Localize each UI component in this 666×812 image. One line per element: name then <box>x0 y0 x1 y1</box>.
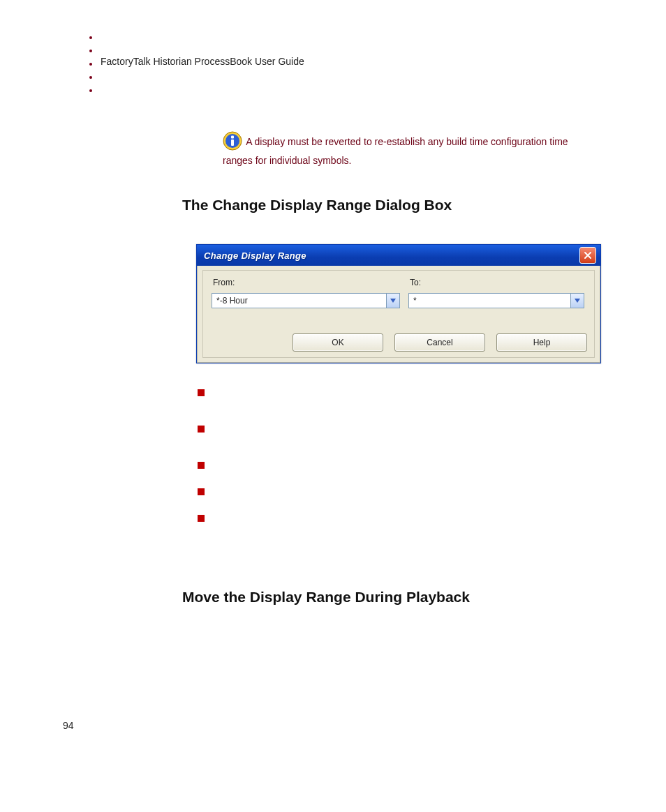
section-title-dialog: The Change Display Range Dialog Box <box>182 197 452 213</box>
info-note-text: A display must be reverted to re-establi… <box>223 136 568 166</box>
bullet-list <box>198 389 205 522</box>
help-button[interactable]: Help <box>496 333 587 352</box>
cancel-label: Cancel <box>427 338 452 347</box>
bullet <box>198 462 205 469</box>
side-dot <box>89 76 92 79</box>
page-number: 94 <box>63 720 74 731</box>
change-display-range-dialog: Change Display Range From: To: *-8 Hour <box>196 244 601 363</box>
svg-rect-3 <box>231 140 234 146</box>
to-combobox[interactable]: * <box>408 293 584 308</box>
side-dot <box>89 63 92 66</box>
info-note: A display must be reverted to re-establi… <box>223 131 586 167</box>
side-dot <box>89 36 92 39</box>
ok-label: OK <box>332 338 343 347</box>
dialog-inner-panel: From: To: *-8 Hour * <box>202 270 595 358</box>
side-dot <box>89 89 92 92</box>
dialog-titlebar[interactable]: Change Display Range <box>197 245 600 266</box>
ok-button[interactable]: OK <box>293 333 383 352</box>
page-header: FactoryTalk Historian ProcessBook User G… <box>101 56 304 67</box>
chevron-down-icon <box>575 299 580 303</box>
dialog-title: Change Display Range <box>204 250 306 261</box>
close-icon <box>584 251 592 260</box>
svg-rect-2 <box>231 136 234 139</box>
chevron-down-icon <box>390 299 396 303</box>
dialog-body: From: To: *-8 Hour * <box>197 266 600 363</box>
dialog-button-row: OK Cancel Help <box>293 333 587 352</box>
to-value: * <box>409 296 570 306</box>
from-value: *-8 Hour <box>212 296 386 306</box>
bullet <box>198 488 205 495</box>
section-title-playback: Move the Display Range During Playback <box>182 589 470 606</box>
from-combobox-arrow[interactable] <box>386 294 399 308</box>
help-label: Help <box>533 338 551 347</box>
bullet <box>198 389 205 396</box>
from-combobox[interactable]: *-8 Hour <box>212 293 400 308</box>
info-icon <box>223 131 242 154</box>
side-dot <box>89 50 92 52</box>
close-button[interactable] <box>579 247 596 264</box>
cancel-button[interactable]: Cancel <box>394 333 485 352</box>
bullet <box>198 515 205 522</box>
bullet <box>198 426 205 433</box>
side-dot-column <box>89 36 92 103</box>
to-label: To: <box>410 278 421 287</box>
to-combobox-arrow[interactable] <box>570 294 584 308</box>
from-label: From: <box>213 278 235 287</box>
